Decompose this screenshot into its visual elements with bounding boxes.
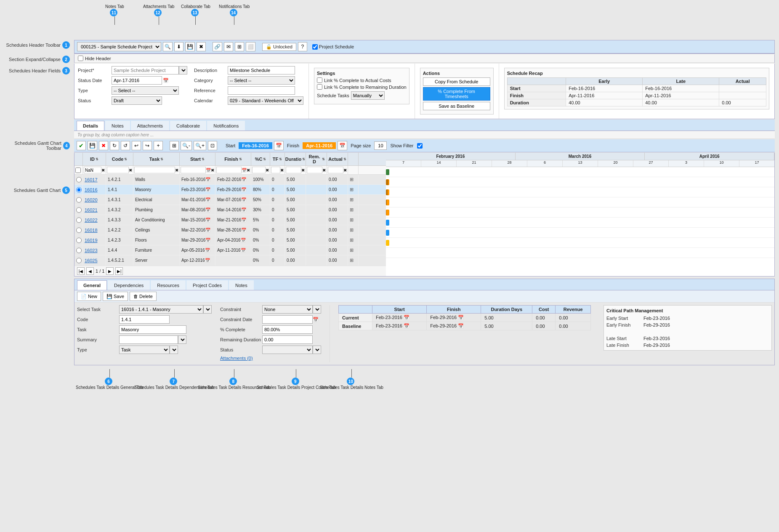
- row-icon-5[interactable]: ⊞: [348, 225, 359, 235]
- filter-code-input[interactable]: [107, 167, 129, 173]
- tab-notes[interactable]: Notes: [105, 121, 130, 130]
- grid-hdr-code[interactable]: Code⇅: [106, 153, 133, 165]
- category-select[interactable]: -- Select --: [228, 76, 295, 85]
- calendar-select[interactable]: 029 - Standard - Weekends Off: [228, 96, 303, 105]
- btab-resources[interactable]: Resources: [151, 280, 186, 290]
- filter-code-clear[interactable]: ✖: [129, 168, 132, 173]
- constraint-select[interactable]: None: [262, 305, 313, 314]
- row-radio-1[interactable]: [74, 185, 83, 194]
- gantt-cancel-button[interactable]: ✖: [99, 141, 108, 150]
- hide-header-checkbox[interactable]: [78, 56, 83, 61]
- row-radio-0[interactable]: [74, 175, 83, 184]
- table-row[interactable]: 16018 1.4.2.2 Ceilings Mar-22-2016 📅 Mar…: [74, 225, 386, 235]
- gantt-finish-date-button[interactable]: Apr-11-2016: [303, 142, 336, 149]
- gantt-bar-4[interactable]: [386, 210, 389, 215]
- status-detail-dropdown[interactable]: [313, 346, 321, 354]
- grid-hdr-remd[interactable]: Rem. D⇅: [306, 153, 327, 165]
- project-dropdown[interactable]: [179, 66, 187, 74]
- table-row[interactable]: 16019 1.4.2.3 Floors Mar-29-2016 📅 Apr-0…: [74, 235, 386, 245]
- constraint-dropdown[interactable]: [313, 305, 321, 314]
- row-id-6[interactable]: 16019: [83, 235, 106, 245]
- row-id-3[interactable]: 16021: [83, 205, 106, 215]
- save-toolbar-button[interactable]: 💾: [185, 42, 195, 51]
- current-finish-cal[interactable]: 📅: [458, 315, 464, 320]
- project-input[interactable]: [112, 66, 179, 74]
- gantt-bar-5[interactable]: [386, 220, 389, 226]
- grid-hdr-tf[interactable]: TF⇅: [270, 153, 285, 165]
- filter-remd-input[interactable]: [307, 167, 322, 173]
- baseline-start-cal[interactable]: 📅: [404, 323, 409, 328]
- remaining-duration-input[interactable]: [262, 335, 313, 344]
- filter-pct-clear[interactable]: ✖: [266, 168, 269, 173]
- email-button[interactable]: ✉: [224, 42, 233, 51]
- row-icon-3[interactable]: ⊞: [348, 205, 359, 215]
- tab-details[interactable]: Details: [77, 121, 104, 130]
- bottom-delete-button[interactable]: 🗑 Delete: [130, 292, 157, 301]
- row-radio-6[interactable]: [74, 235, 83, 245]
- link-pct-costs-checkbox[interactable]: [317, 77, 322, 83]
- filter-remd-clear[interactable]: ✖: [322, 168, 326, 173]
- filter-actual-clear[interactable]: ✖: [343, 168, 347, 173]
- row-radio-4[interactable]: [74, 215, 83, 225]
- table-row[interactable]: 16016 1.4.1 Masonry Feb-23-2016 📅 Feb-29…: [74, 185, 386, 195]
- grid-hdr-actual[interactable]: Actual⇅: [327, 153, 348, 165]
- copy-from-schedule-button[interactable]: Copy From Schedule: [423, 77, 490, 86]
- btab-dependencies[interactable]: Dependencies: [108, 280, 150, 290]
- current-start-cal[interactable]: 📅: [404, 315, 409, 320]
- filter-checkbox[interactable]: [75, 168, 81, 173]
- page-next-btn[interactable]: ▶: [106, 267, 114, 275]
- gantt-start-cal-btn[interactable]: 📅: [274, 141, 284, 150]
- filter-tf-input[interactable]: [271, 167, 280, 173]
- gantt-save-button[interactable]: ✔: [77, 141, 86, 150]
- row-icon-4[interactable]: ⊞: [348, 215, 359, 225]
- save-as-baseline-button[interactable]: Save as Baseline: [423, 102, 490, 110]
- filter-start-cal[interactable]: 📅: [206, 168, 211, 173]
- status-date-input[interactable]: [112, 76, 162, 85]
- row-radio-7[interactable]: [74, 245, 83, 255]
- filter-start-clear[interactable]: ✖: [211, 168, 214, 173]
- grid-hdr-task[interactable]: Task⇅: [133, 153, 180, 165]
- gantt-finish-cal-btn[interactable]: 📅: [338, 141, 347, 150]
- gantt-undo-button[interactable]: ↩: [132, 141, 141, 150]
- window-button[interactable]: ⬜: [246, 42, 255, 51]
- filter-finish-cal[interactable]: 📅: [242, 168, 247, 173]
- btab-general[interactable]: General: [77, 280, 107, 290]
- gantt-show-filter-checkbox[interactable]: [417, 143, 423, 149]
- gantt-zoom-in-btn[interactable]: 🔍+: [194, 141, 206, 150]
- filter-id-input[interactable]: [84, 167, 101, 173]
- baseline-finish-cal[interactable]: 📅: [458, 323, 464, 328]
- table-row[interactable]: 16021 1.4.3.2 Plumbing Mar-08-2016 📅 Mar…: [74, 205, 386, 215]
- row-id-0[interactable]: 16017: [83, 175, 106, 184]
- row-id-5[interactable]: 16018: [83, 225, 106, 235]
- table-row[interactable]: 16025 1.4.5.2.1 Server Apr-12-2016 📅 0% …: [74, 255, 386, 266]
- gantt-grid-btn[interactable]: ⊞: [170, 141, 179, 150]
- filter-finish-clear[interactable]: ✖: [247, 168, 250, 173]
- new-button[interactable]: 📄 New: [77, 292, 101, 301]
- filter-start-input[interactable]: [181, 167, 206, 173]
- tab-collaborate[interactable]: Collaborate: [170, 121, 206, 130]
- page-prev-btn[interactable]: ◀: [86, 267, 94, 275]
- attachments-link[interactable]: Attachments (0): [220, 356, 253, 361]
- search-button[interactable]: 🔍: [163, 42, 173, 51]
- row-id-7[interactable]: 16023: [83, 245, 106, 255]
- link-button[interactable]: 🔗: [213, 42, 222, 51]
- row-icon-7[interactable]: ⊞: [348, 245, 359, 255]
- status-select[interactable]: Draft: [112, 96, 162, 105]
- unlocked-button[interactable]: 🔓 Unlocked: [262, 43, 296, 51]
- constraint-date-cal-icon[interactable]: 📅: [313, 317, 319, 322]
- grid-hdr-duration[interactable]: Duratio⇅: [285, 153, 306, 165]
- summary-input[interactable]: [119, 335, 178, 344]
- select-task-select[interactable]: 16016 - 1.4.1 - Masonry: [119, 305, 203, 314]
- row-radio-5[interactable]: [74, 225, 83, 235]
- row-id-1[interactable]: 16016: [83, 185, 106, 194]
- row-id-2[interactable]: 16020: [83, 195, 106, 205]
- type-detail-select[interactable]: Task: [119, 346, 170, 354]
- grid-hdr-start[interactable]: Start⇅: [180, 153, 215, 165]
- schedule-tasks-select[interactable]: Manually: [351, 91, 385, 100]
- row-icon-6[interactable]: ⊞: [348, 235, 359, 245]
- row-id-8[interactable]: 16025: [83, 255, 106, 265]
- row-radio-2[interactable]: [74, 195, 83, 205]
- status-date-cal-icon[interactable]: 📅: [163, 78, 169, 83]
- filter-dur-clear[interactable]: ✖: [301, 168, 305, 173]
- page-last-btn[interactable]: ▶|: [115, 267, 123, 275]
